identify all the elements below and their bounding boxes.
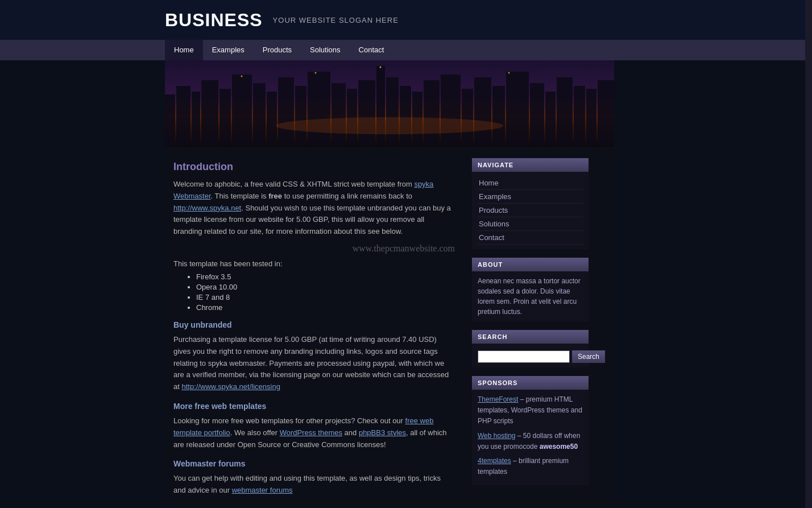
search-header: SEARCH [472,330,589,344]
nav-home[interactable]: Home [165,40,203,60]
svg-rect-24 [492,86,505,146]
sidebar-nav-products[interactable]: Products [478,204,583,217]
more-heading: More free web templates [173,402,455,411]
search-input[interactable] [478,350,570,363]
site-title: BUSINESS [165,10,263,31]
svg-rect-2 [165,94,175,146]
svg-rect-17 [386,77,399,146]
sidebar: NAVIGATE Home Examples Products Solution… [466,158,594,508]
main-content: Introduction Welcome to aphobic, a free … [165,158,466,508]
svg-rect-18 [400,86,411,146]
sponsor-themeforest: ThemeForest – premium HTML templates, Wo… [478,394,583,427]
svg-point-35 [508,72,510,74]
svg-rect-11 [295,86,306,146]
themeforest-link[interactable]: ThemeForest [478,395,518,403]
browser-item: IE 7 and 8 [196,293,455,302]
tested-label: This template has been tested in: [173,259,455,268]
svg-rect-15 [358,80,375,146]
svg-rect-9 [267,92,277,146]
licensing-link[interactable]: http://www.spyka.net/licensing [181,382,280,391]
svg-rect-22 [462,89,473,146]
search-row: Search [478,350,583,363]
buy-paragraph: Purchasing a template license for 5.00 G… [173,334,455,393]
svg-rect-10 [278,77,294,146]
forums-link[interactable]: webmaster forums [232,486,293,494]
site-header: BUSINESS YOUR WEBSITE SLOGAN HERE [0,0,812,40]
sponsors-box: SPONSORS ThemeForest – premium HTML temp… [472,376,589,485]
browser-item: Firefox 3.5 [196,272,455,281]
spyka-url-link[interactable]: http://www.spyka.net [173,204,241,212]
svg-rect-23 [474,77,491,146]
svg-rect-13 [332,83,346,146]
svg-rect-4 [192,92,200,146]
navigate-header: NAVIGATE [472,158,589,172]
nav-contact[interactable]: Contact [350,40,393,60]
banner-svg [165,60,614,147]
svg-rect-8 [253,83,266,146]
phpbb-link[interactable]: phpBB3 styles [359,428,406,437]
search-button[interactable]: Search [572,350,605,363]
intro-paragraph-1: Welcome to aphobic, a free valid CSS & X… [173,179,455,238]
scrollbar[interactable] [805,0,812,508]
4templates-link[interactable]: 4templates [478,457,511,465]
svg-rect-26 [530,83,544,146]
svg-rect-3 [176,86,190,146]
search-content: Search [472,344,589,367]
about-content: Aenean nec massa a tortor auctor sodales… [472,271,589,321]
webmaster-paragraph: You can get help with editing and using … [173,473,455,497]
banner [165,60,614,147]
main-wrapper: Introduction Welcome to aphobic, a free … [165,147,614,508]
svg-point-32 [241,76,243,77]
svg-rect-21 [441,75,461,146]
svg-point-36 [276,117,503,134]
svg-rect-28 [557,77,573,146]
main-nav: Home Examples Products Solutions Contact [0,40,812,60]
about-text: Aenean nec massa a tortor auctor sodales… [478,276,583,317]
watermark-text: www.thepcmanwebsite.com [173,243,455,254]
sponsors-header: SPONSORS [472,376,589,390]
svg-rect-31 [598,80,614,146]
nav-solutions[interactable]: Solutions [301,40,349,60]
svg-rect-20 [424,80,440,146]
svg-rect-5 [201,80,218,146]
about-header: ABOUT [472,258,589,271]
browser-item: Opera 10.00 [196,283,455,291]
sponsor-webhosting: Web hosting – 50 dollars off when you us… [478,431,583,452]
intro-heading: Introduction [173,161,455,173]
svg-rect-14 [347,89,357,146]
sidebar-nav-solutions[interactable]: Solutions [478,217,583,231]
svg-rect-12 [308,72,330,146]
site-slogan: YOUR WEBSITE SLOGAN HERE [273,16,399,24]
more-paragraph: Looking for more free web templates for … [173,415,455,451]
sponsor-4templates: 4templates – brilliant premium templates [478,456,583,477]
search-box: SEARCH Search [472,330,589,367]
svg-point-33 [315,72,317,74]
navigate-box: NAVIGATE Home Examples Products Solution… [472,158,589,249]
svg-rect-6 [219,89,231,146]
svg-rect-27 [545,92,556,146]
svg-rect-25 [506,72,529,146]
sidebar-nav-examples[interactable]: Examples [478,190,583,204]
about-box: ABOUT Aenean nec massa a tortor auctor s… [472,258,589,321]
navigate-content: Home Examples Products Solutions Contact [472,172,589,249]
browser-item: Chrome [196,303,455,312]
webmaster-heading: Webmaster forums [173,459,455,468]
buy-heading: Buy unbranded [173,320,455,329]
svg-rect-29 [574,86,585,146]
sponsors-content: ThemeForest – premium HTML templates, Wo… [472,390,589,485]
sidebar-nav-contact[interactable]: Contact [478,231,583,245]
svg-rect-7 [232,75,252,146]
nav-products[interactable]: Products [254,40,301,60]
spyka-link[interactable]: spyka Webmaster [173,180,433,200]
nav-examples[interactable]: Examples [203,40,254,60]
wordpress-link[interactable]: WordPress themes [280,428,342,437]
browser-list: Firefox 3.5 Opera 10.00 IE 7 and 8 Chrom… [173,272,455,312]
sidebar-nav-home[interactable]: Home [478,176,583,190]
webhosting-link[interactable]: Web hosting [478,432,516,440]
svg-rect-30 [586,89,596,146]
svg-point-34 [380,67,382,68]
